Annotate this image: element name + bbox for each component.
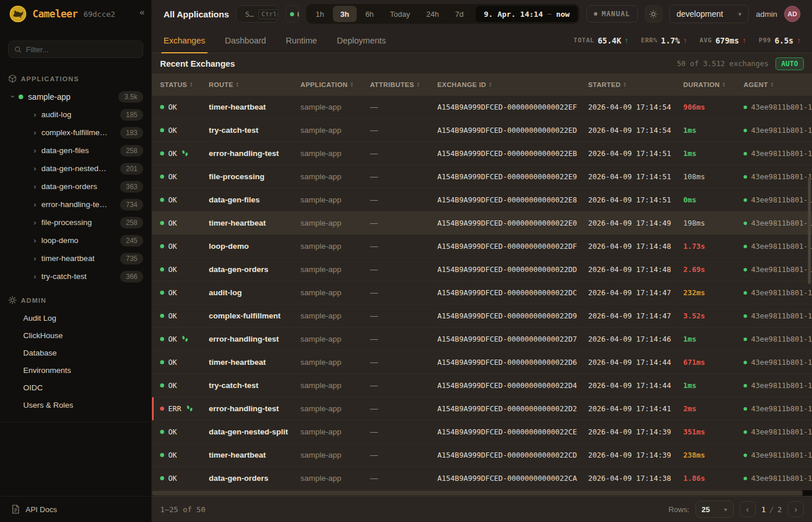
column-header[interactable]: ATTRIBUTES ▲▼ (370, 81, 437, 88)
route-cell: timer-heartbeat (209, 358, 300, 367)
attributes-cell: — (370, 404, 437, 413)
table-body: OK timer-heartbeat sample-app — A154B9A9… (152, 96, 812, 490)
agent-status-dot (744, 152, 747, 155)
chevron-right-icon: › (34, 129, 36, 136)
chevron-right-icon: › (34, 111, 36, 118)
exchange-id-cell: A154B9A999DFCED-00000000000022E8 (437, 195, 588, 204)
vertical-scrollbar[interactable] (808, 177, 811, 284)
time-range-button[interactable]: Today (382, 6, 418, 22)
table-row[interactable]: OK data-gen-files sample-app — A154B9A99… (152, 188, 812, 212)
sidebar-route-item[interactable]: › data-gen-orders 363 (0, 177, 151, 195)
agent-cell: 43ee9811b801-1 (744, 427, 812, 436)
count-badge: 258 (120, 217, 143, 229)
sidebar-route-item[interactable]: › timer-heartbeat 735 (0, 249, 151, 267)
duration-cell: 1.86s (683, 474, 744, 483)
next-page-button[interactable]: › (788, 501, 804, 517)
column-header[interactable]: EXCHANGE ID ▲▼ (437, 81, 588, 88)
table-row[interactable]: OK error-handling-test sample-app — A154… (152, 328, 812, 351)
route-cell: complex-fulfillment (209, 311, 300, 320)
time-range-button[interactable]: 7d (448, 6, 471, 22)
sidebar-route-item[interactable]: › try-catch-test 366 (0, 267, 151, 285)
table-row[interactable]: OK data-gen-orders sample-app — A154B9A9… (152, 467, 812, 490)
sort-icon: ▲▼ (623, 82, 626, 88)
sidebar-admin-item-audit-log[interactable]: Audit Log (0, 309, 151, 327)
theme-toggle-button[interactable] (645, 5, 662, 23)
sidebar-route-item[interactable]: › error-handling-te… 734 (0, 195, 151, 213)
column-header[interactable]: STARTED ▲▼ (588, 81, 683, 88)
tab-dashboard[interactable]: Dashboard (225, 28, 266, 53)
sort-icon: ▲▼ (488, 82, 492, 88)
route-cell: error-handling-test (209, 404, 300, 413)
status-dot (160, 453, 164, 457)
scrollbar-thumb[interactable] (152, 491, 803, 495)
status-filter-button[interactable]: O (285, 5, 299, 23)
prev-page-button[interactable]: ‹ (740, 501, 756, 517)
sidebar-route-item[interactable]: › data-gen-files 258 (0, 142, 151, 160)
document-icon (12, 505, 20, 514)
duration-cell: 198ms (683, 219, 744, 227)
auto-refresh-badge[interactable]: AUTO (775, 57, 804, 70)
date-range-display[interactable]: 9. Apr. 14:14 – now (476, 6, 578, 22)
sidebar-route-item[interactable]: › complex-fulfillme… 183 (0, 124, 151, 142)
application-cell: sample-app (300, 265, 370, 274)
search-box[interactable]: S… Ctrl+K (236, 5, 279, 23)
collapse-sidebar-icon[interactable]: « (140, 7, 144, 17)
rows-per-page-select[interactable]: 25 ▾ (695, 501, 734, 518)
sidebar-admin-item-clickhouse[interactable]: ClickHouse (0, 327, 151, 344)
status-cell: OK (160, 335, 209, 343)
table-row[interactable]: OK complex-fulfillment sample-app — A154… (152, 304, 812, 328)
trend-arrow-icon: ↑ (797, 37, 800, 45)
table-row[interactable]: OK error-handling-test sample-app — A154… (152, 142, 812, 165)
filter-input[interactable] (26, 45, 137, 54)
time-range-button[interactable]: 24h (419, 6, 447, 22)
table-row[interactable]: OK data-gen-nested-split sample-app — A1… (152, 420, 812, 444)
table-row[interactable]: OK timer-heartbeat sample-app — A154B9A9… (152, 444, 812, 467)
sidebar-item-api-docs[interactable]: API Docs (0, 496, 151, 522)
table-row[interactable]: OK timer-heartbeat sample-app — A154B9A9… (152, 96, 812, 119)
chevron-down-icon: ▾ (738, 10, 742, 18)
tabs-row: ExchangesDashboardRuntimeDeployments TOT… (152, 28, 812, 53)
status-cell: OK (160, 149, 209, 158)
horizontal-scrollbar[interactable] (152, 490, 812, 496)
tab-runtime[interactable]: Runtime (286, 28, 317, 53)
sidebar-filter[interactable] (8, 41, 143, 58)
column-header[interactable]: STATUS ▲▼ (160, 81, 209, 88)
gear-icon (8, 296, 17, 304)
agent-status-dot (744, 314, 747, 318)
sidebar-route-item[interactable]: › loop-demo 245 (0, 231, 151, 249)
column-header[interactable]: AGENT ▲▼ (744, 81, 812, 88)
column-header[interactable]: ROUTE ▲▼ (209, 81, 300, 88)
tab-deployments[interactable]: Deployments (337, 28, 386, 53)
table-row[interactable]: OK data-gen-orders sample-app — A154B9A9… (152, 258, 812, 281)
chevron-right-icon: › (34, 255, 36, 262)
environment-select[interactable]: development ▾ (669, 5, 749, 23)
avatar[interactable]: AD (784, 6, 800, 22)
table-row[interactable]: ERR error-handling-test sample-app — A15… (152, 397, 812, 420)
admin-section-header: ADMIN (0, 285, 151, 309)
sidebar-route-item[interactable]: › data-gen-nested… 201 (0, 160, 151, 177)
sidebar-admin-item-environments[interactable]: Environments (0, 361, 151, 379)
agent-status-dot (744, 291, 747, 295)
sidebar-admin-item-database[interactable]: Database (0, 344, 151, 361)
time-range-button[interactable]: 1h (308, 6, 331, 22)
sidebar-route-item[interactable]: › audit-log 185 (0, 106, 151, 124)
table-row[interactable]: OK audit-log sample-app — A154B9A999DFCE… (152, 281, 812, 304)
sidebar-admin-item-oidc[interactable]: OIDC (0, 379, 151, 396)
manual-refresh-button[interactable]: MANUAL (586, 5, 637, 23)
table-row[interactable]: OK loop-demo sample-app — A154B9A999DFCE… (152, 235, 812, 258)
column-header[interactable]: DURATION ▲▼ (683, 81, 744, 88)
table-row[interactable]: OK file-processing sample-app — A154B9A9… (152, 165, 812, 188)
table-row[interactable]: OK try-catch-test sample-app — A154B9A99… (152, 119, 812, 142)
time-range-button[interactable]: 3h (333, 6, 357, 22)
duration-cell: 671ms (683, 358, 744, 367)
sidebar-admin-item-users-roles[interactable]: Users & Roles (0, 396, 151, 414)
table-row[interactable]: OK try-catch-test sample-app — A154B9A99… (152, 374, 812, 397)
sidebar-item-sample-app[interactable]: › sample-app 3.5k (0, 88, 151, 106)
started-cell: 2026-04-09 17:14:48 (588, 242, 683, 251)
table-row[interactable]: OK timer-heartbeat sample-app — A154B9A9… (152, 351, 812, 374)
time-range-button[interactable]: 6h (358, 6, 381, 22)
tab-exchanges[interactable]: Exchanges (164, 28, 205, 53)
table-row[interactable]: OK timer-heartbeat sample-app — A154B9A9… (152, 212, 812, 235)
column-header[interactable]: APPLICATION ▲▼ (300, 81, 370, 88)
sidebar-route-item[interactable]: › file-processing 258 (0, 213, 151, 231)
